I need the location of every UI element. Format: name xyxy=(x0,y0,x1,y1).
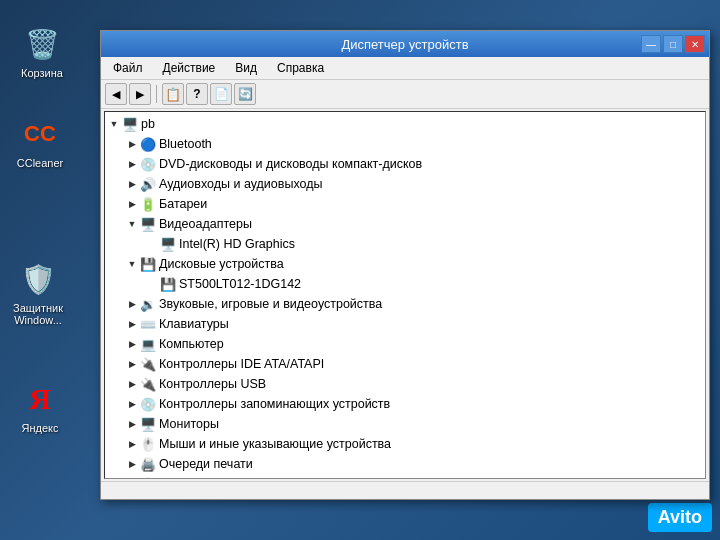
usb-label: Контроллеры USB xyxy=(159,377,266,391)
desktop-icon-defender[interactable]: 🛡️ Защитник Window... xyxy=(6,255,70,330)
intel-gpu-label: Intel(R) HD Graphics xyxy=(179,237,295,251)
ccleaner-label: CCleaner xyxy=(17,157,63,169)
tree-item-storage[interactable]: ▶ 💿 Контроллеры запоминающих устройств xyxy=(105,394,705,414)
close-button[interactable]: ✕ xyxy=(685,35,705,53)
scan-button[interactable]: 📄 xyxy=(210,83,232,105)
tree-item-mice[interactable]: ▶ 🖱️ Мыши и иные указывающие устройства xyxy=(105,434,705,454)
tree-item-video[interactable]: ▼ 🖥️ Видеоадаптеры xyxy=(105,214,705,234)
properties-button[interactable]: 📋 xyxy=(162,83,184,105)
yandex-label: Яндекс xyxy=(22,422,59,434)
desktop: 🗑️ Корзина CC CCleaner 🛡️ Защитник Windo… xyxy=(0,0,720,540)
tree-item-hdd[interactable]: 💾 ST500LT012-1DG142 xyxy=(105,274,705,294)
menu-help[interactable]: Справка xyxy=(269,59,332,77)
minimize-button[interactable]: — xyxy=(641,35,661,53)
bluetooth-label: Bluetooth xyxy=(159,137,212,151)
yandex-icon: Я xyxy=(20,379,60,419)
desktop-icon-ccleaner[interactable]: CC CCleaner xyxy=(8,110,72,173)
hdd-toggle xyxy=(145,277,159,291)
usb-toggle[interactable]: ▶ xyxy=(125,377,139,391)
mice-icon: 🖱️ xyxy=(140,436,156,452)
window-titlebar: Диспетчер устройств — □ ✕ xyxy=(101,31,709,57)
menubar: Файл Действие Вид Справка xyxy=(101,57,709,80)
menu-action[interactable]: Действие xyxy=(155,59,224,77)
maximize-button[interactable]: □ xyxy=(663,35,683,53)
computer-toggle[interactable]: ▶ xyxy=(125,337,139,351)
desktop-icon-trash[interactable]: 🗑️ Корзина xyxy=(10,20,74,83)
window-title: Диспетчер устройств xyxy=(109,37,701,52)
root-toggle[interactable]: ▼ xyxy=(107,117,121,131)
computer-node-label: Компьютер xyxy=(159,337,224,351)
forward-button[interactable]: ▶ xyxy=(129,83,151,105)
avito-label: Avito xyxy=(658,507,702,527)
tree-item-monitors[interactable]: ▶ 🖥️ Мониторы xyxy=(105,414,705,434)
mice-toggle[interactable]: ▶ xyxy=(125,437,139,451)
menu-view[interactable]: Вид xyxy=(227,59,265,77)
mice-label: Мыши и иные указывающие устройства xyxy=(159,437,391,451)
usb-icon: 🔌 xyxy=(140,376,156,392)
sound-label: Звуковые, игровые и видеоустройства xyxy=(159,297,382,311)
software-toggle[interactable]: ▶ xyxy=(125,477,139,479)
keyboard-toggle[interactable]: ▶ xyxy=(125,317,139,331)
disk-icon: 💾 xyxy=(140,256,156,272)
ide-icon: 🔌 xyxy=(140,356,156,372)
back-button[interactable]: ◀ xyxy=(105,83,127,105)
disk-label: Дисковые устройства xyxy=(159,257,284,271)
dvd-toggle[interactable]: ▶ xyxy=(125,157,139,171)
video-label: Видеоадаптеры xyxy=(159,217,252,231)
tree-item-print[interactable]: ▶ 🖨️ Очереди печати xyxy=(105,454,705,474)
software-icon: 📦 xyxy=(140,476,156,479)
refresh-button[interactable]: 🔄 xyxy=(234,83,256,105)
monitors-label: Мониторы xyxy=(159,417,219,431)
tree-item-intel-gpu[interactable]: 🖥️ Intel(R) HD Graphics xyxy=(105,234,705,254)
battery-label: Батареи xyxy=(159,197,207,211)
ccleaner-icon: CC xyxy=(20,114,60,154)
tree-item-usb[interactable]: ▶ 🔌 Контроллеры USB xyxy=(105,374,705,394)
tree-item-keyboard[interactable]: ▶ ⌨️ Клавиатуры xyxy=(105,314,705,334)
dvd-icon: 💿 xyxy=(140,156,156,172)
tree-root[interactable]: ▼ 🖥️ pb xyxy=(105,114,705,134)
menu-file[interactable]: Файл xyxy=(105,59,151,77)
trash-label: Корзина xyxy=(21,67,63,79)
storage-icon: 💿 xyxy=(140,396,156,412)
monitors-toggle[interactable]: ▶ xyxy=(125,417,139,431)
toolbar: ◀ ▶ 📋 ? 📄 🔄 xyxy=(101,80,709,109)
bluetooth-toggle[interactable]: ▶ xyxy=(125,137,139,151)
defender-label: Защитник Window... xyxy=(10,302,66,326)
keyboard-label: Клавиатуры xyxy=(159,317,229,331)
help-button[interactable]: ? xyxy=(186,83,208,105)
root-label: pb xyxy=(141,117,155,131)
tree-item-ide[interactable]: ▶ 🔌 Контроллеры IDE ATA/ATAPI xyxy=(105,354,705,374)
tree-item-bluetooth[interactable]: ▶ 🔵 Bluetooth xyxy=(105,134,705,154)
defender-icon: 🛡️ xyxy=(18,259,58,299)
tree-item-disk[interactable]: ▼ 💾 Дисковые устройства xyxy=(105,254,705,274)
video-icon: 🖥️ xyxy=(140,216,156,232)
battery-toggle[interactable]: ▶ xyxy=(125,197,139,211)
ide-toggle[interactable]: ▶ xyxy=(125,357,139,371)
tree-item-software[interactable]: ▶ 📦 Программные устройства xyxy=(105,474,705,479)
desktop-icon-yandex[interactable]: Я Яндекс xyxy=(8,375,72,438)
tree-item-computer[interactable]: ▶ 💻 Компьютер xyxy=(105,334,705,354)
computer-icon: 🖥️ xyxy=(122,116,138,132)
print-toggle[interactable]: ▶ xyxy=(125,457,139,471)
tree-item-audio[interactable]: ▶ 🔊 Аудиовходы и аудиовыходы xyxy=(105,174,705,194)
print-icon: 🖨️ xyxy=(140,456,156,472)
audio-icon: 🔊 xyxy=(140,176,156,192)
monitors-icon: 🖥️ xyxy=(140,416,156,432)
dvd-label: DVD-дисководы и дисководы компакт-дисков xyxy=(159,157,422,171)
hdd-icon: 💾 xyxy=(160,276,176,292)
audio-toggle[interactable]: ▶ xyxy=(125,177,139,191)
avito-badge: Avito xyxy=(648,503,712,532)
keyboard-icon: ⌨️ xyxy=(140,316,156,332)
tree-item-dvd[interactable]: ▶ 💿 DVD-дисководы и дисководы компакт-ди… xyxy=(105,154,705,174)
software-label: Программные устройства xyxy=(159,477,308,479)
intel-gpu-toggle xyxy=(145,237,159,251)
tree-item-battery[interactable]: ▶ 🔋 Батареи xyxy=(105,194,705,214)
device-tree[interactable]: ▼ 🖥️ pb ▶ 🔵 Bluetooth ▶ 💿 DVD-дисководы … xyxy=(104,111,706,479)
tree-item-sound[interactable]: ▶ 🔉 Звуковые, игровые и видеоустройства xyxy=(105,294,705,314)
statusbar xyxy=(101,481,709,499)
audio-label: Аудиовходы и аудиовыходы xyxy=(159,177,322,191)
storage-toggle[interactable]: ▶ xyxy=(125,397,139,411)
video-toggle[interactable]: ▼ xyxy=(125,217,139,231)
sound-toggle[interactable]: ▶ xyxy=(125,297,139,311)
disk-toggle[interactable]: ▼ xyxy=(125,257,139,271)
